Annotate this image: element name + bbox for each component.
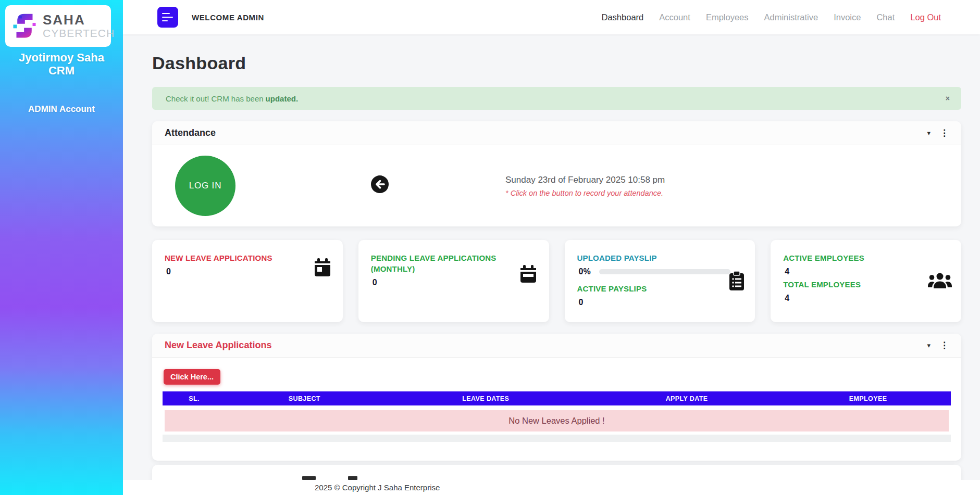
- active-employees-title: ACTIVE EMPLOYEES: [783, 252, 916, 263]
- active-employees-value: 4: [785, 267, 949, 276]
- welcome-text: WELCOME ADMIN: [192, 13, 264, 22]
- clipped-text-sliver: [302, 476, 357, 480]
- saha-s-logo-icon: [9, 10, 40, 42]
- attendance-body: LOG IN Sunday 23rd of February 2025 10:5…: [152, 145, 961, 226]
- copyright-text: 2025 © Copyright J Saha Enterprise: [315, 483, 440, 492]
- nav-item-account[interactable]: Account: [651, 12, 698, 22]
- attendance-card-header: Attendance ▾ ⋮: [152, 121, 961, 145]
- alert-text-bold: updated.: [266, 94, 299, 103]
- new-leave-card: NEW LEAVE APPLICATIONS 0: [152, 240, 343, 322]
- attendance-card: Attendance ▾ ⋮ LOG IN Sunday 23rd of Feb…: [152, 121, 961, 226]
- active-payslips-title: ACTIVE PAYSLIPS: [577, 283, 710, 294]
- logo-line2: CYBERTECH: [43, 28, 115, 39]
- leave-card-header: New Leave Applications ▾ ⋮: [152, 334, 961, 358]
- nav-item-administrative[interactable]: Administrative: [756, 12, 826, 22]
- update-alert: Check it out! CRM has been updated. ×: [152, 87, 961, 110]
- logo-text: SAHA CYBERTECH: [43, 13, 115, 39]
- attendance-card-tools: ▾ ⋮: [927, 129, 949, 137]
- logo-line1: SAHA: [43, 13, 115, 27]
- account-label: ADMIN Account: [0, 104, 123, 115]
- arrow-left-circle-icon[interactable]: [370, 175, 389, 194]
- pending-leave-value: 0: [373, 278, 537, 287]
- page-footer: 2025 © Copyright J Saha Enterprise: [123, 480, 980, 495]
- leave-table: SL. SUBJECT LEAVE DATES APPLY DATE EMPLO…: [163, 391, 951, 442]
- pending-leave-card: PENDING LEAVE APPLICATIONS (MONTHLY) 0: [358, 240, 549, 322]
- stat-cards-row: NEW LEAVE APPLICATIONS 0 PENDING LEAVE A…: [152, 240, 961, 322]
- col-sl: SL.: [163, 395, 226, 402]
- nav-item-invoice[interactable]: Invoice: [826, 12, 869, 22]
- nav-item-employees[interactable]: Employees: [698, 12, 756, 22]
- uploaded-payslip-pct: 0%: [579, 267, 591, 276]
- col-subject: SUBJECT: [226, 395, 383, 402]
- total-employees-title: TOTAL EMPLOYEES: [783, 279, 916, 290]
- leave-table-header: SL. SUBJECT LEAVE DATES APPLY DATE EMPLO…: [163, 391, 951, 405]
- crm-title: Jyotirmoy Saha CRM: [0, 51, 123, 78]
- kebab-menu-icon[interactable]: ⋮: [940, 129, 949, 137]
- chevron-down-icon[interactable]: ▾: [927, 130, 931, 136]
- payslip-card: UPLOADED PAYSLIP 0% ACTIVE PAYSLIPS 0: [565, 240, 755, 322]
- attendance-title: Attendance: [165, 128, 216, 138]
- active-payslips-value: 0: [579, 298, 743, 307]
- menu-toggle-button[interactable]: [157, 7, 178, 28]
- table-footer-strip: [163, 435, 951, 442]
- log-in-button[interactable]: LOG IN: [175, 156, 235, 216]
- leave-card-title: New Leave Applications: [165, 340, 271, 351]
- new-leave-title: NEW LEAVE APPLICATIONS: [165, 252, 297, 263]
- pending-leave-title: PENDING LEAVE APPLICATIONS (MONTHLY): [371, 252, 504, 274]
- clipboard-list-icon: [729, 271, 745, 291]
- nav-item-chat[interactable]: Chat: [869, 12, 902, 22]
- company-logo: SAHA CYBERTECH: [5, 5, 111, 47]
- page-content: Dashboard Check it out! CRM has been upd…: [123, 53, 980, 495]
- attendance-info: Sunday 23rd of February 2025 10:58 pm * …: [505, 175, 665, 197]
- col-employee: EMPLOYEE: [785, 395, 951, 402]
- attendance-note: * Click on the button to record your att…: [505, 189, 665, 197]
- leave-card-tools: ▾ ⋮: [927, 341, 949, 350]
- click-here-button[interactable]: Click Here...: [164, 369, 220, 385]
- leave-card-body: Click Here... SL. SUBJECT LEAVE DATES AP…: [152, 358, 961, 461]
- new-leave-applications-card: New Leave Applications ▾ ⋮ Click Here...…: [152, 334, 961, 461]
- nav-links: Dashboard Account Employees Administrati…: [594, 12, 949, 22]
- uploaded-payslip-title: UPLOADED PAYSLIP: [577, 252, 710, 263]
- table-empty-row: No New Leaves Applied !: [165, 410, 949, 431]
- new-leave-value: 0: [166, 267, 330, 276]
- kebab-menu-icon[interactable]: ⋮: [940, 341, 949, 350]
- app-root: SAHA CYBERTECH Jyotirmoy Saha CRM ADMIN …: [0, 0, 980, 495]
- main-area: WELCOME ADMIN Dashboard Account Employee…: [123, 0, 980, 495]
- col-leave-dates: LEAVE DATES: [383, 395, 588, 402]
- close-icon[interactable]: ×: [946, 94, 950, 103]
- col-apply-date: APPLY DATE: [588, 395, 785, 402]
- employees-card: ACTIVE EMPLOYEES 4 TOTAL EMPLOYEES 4: [771, 240, 961, 322]
- nav-item-dashboard[interactable]: Dashboard: [594, 12, 652, 22]
- top-navbar: WELCOME ADMIN Dashboard Account Employee…: [123, 0, 980, 34]
- users-icon: [928, 272, 952, 289]
- nav-item-logout[interactable]: Log Out: [902, 12, 949, 22]
- alert-text: Check it out! CRM has been: [166, 94, 264, 103]
- attendance-datetime: Sunday 23rd of February 2025 10:58 pm: [505, 175, 665, 185]
- calendar-icon: [313, 258, 332, 277]
- payslip-progress-bar: [599, 269, 730, 274]
- payslip-progress-row: 0%: [577, 267, 743, 276]
- page-title: Dashboard: [152, 53, 961, 73]
- chevron-down-icon[interactable]: ▾: [927, 342, 931, 349]
- calendar-week-icon: [519, 265, 537, 283]
- sidebar: SAHA CYBERTECH Jyotirmoy Saha CRM ADMIN …: [0, 0, 123, 495]
- empty-message: No New Leaves Applied !: [508, 416, 604, 426]
- hamburger-icon: [162, 13, 170, 14]
- total-employees-value: 4: [785, 294, 949, 303]
